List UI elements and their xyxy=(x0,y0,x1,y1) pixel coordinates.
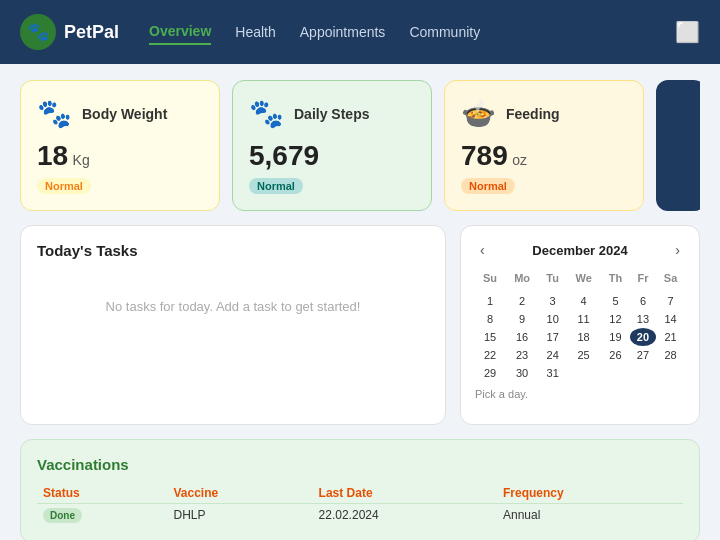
main-nav: Overview Health Appointments Community xyxy=(149,19,675,45)
calendar-week-row: 891011121314 xyxy=(475,310,685,328)
calendar-day-cell[interactable]: 16 xyxy=(505,328,539,346)
body-weight-value: 18 xyxy=(37,140,68,171)
calendar-day-cell[interactable]: 7 xyxy=(656,292,685,310)
calendar-day-cell[interactable]: 12 xyxy=(601,310,630,328)
calendar-day-cell[interactable]: 19 xyxy=(601,328,630,346)
metric-card-daily-steps: 🐾 Daily Steps 5,679 Normal xyxy=(232,80,432,211)
feeding-unit: oz xyxy=(512,152,527,168)
vacc-col-vaccine: Vaccine xyxy=(168,483,313,504)
calendar-panel: ‹ December 2024 › Su Mo Tu We Th Fr Sa xyxy=(460,225,700,425)
calendar-day-cell[interactable]: 18 xyxy=(566,328,601,346)
vacc-col-last-date: Last Date xyxy=(313,483,497,504)
calendar-day-cell[interactable]: 3 xyxy=(539,292,566,310)
vaccinations-row: Vaccinations Status Vaccine Last Date Fr… xyxy=(20,439,700,540)
cal-day-sa: Sa xyxy=(656,270,685,286)
daily-steps-title: Daily Steps xyxy=(294,106,369,122)
calendar-grid: Su Mo Tu We Th Fr Sa 1234567891011121314… xyxy=(475,270,685,382)
calendar-day-cell[interactable]: 13 xyxy=(630,310,656,328)
vaccinations-table-header: Status Vaccine Last Date Frequency xyxy=(37,483,683,504)
vacc-cell-status: Done xyxy=(37,504,168,527)
calendar-next-button[interactable]: › xyxy=(670,240,685,260)
calendar-day-cell xyxy=(656,364,685,382)
nav-appointments[interactable]: Appointments xyxy=(300,20,386,44)
tasks-title: Today's Tasks xyxy=(37,242,429,259)
vacc-col-status: Status xyxy=(37,483,168,504)
calendar-day-cell[interactable]: 17 xyxy=(539,328,566,346)
header-action-icon[interactable]: ⬜ xyxy=(675,20,700,44)
calendar-day-cell[interactable]: 14 xyxy=(656,310,685,328)
vaccinations-table: Status Vaccine Last Date Frequency DoneD… xyxy=(37,483,683,526)
logo-icon: 🐾 xyxy=(20,14,56,50)
calendar-header: ‹ December 2024 › xyxy=(475,240,685,260)
calendar-week-row: 1234567 xyxy=(475,292,685,310)
metrics-row: 🐾 Body Weight 18 Kg Normal 🐾 Daily Steps… xyxy=(20,80,700,211)
tasks-empty-message: No tasks for today. Add a task to get st… xyxy=(37,299,429,314)
calendar-day-cell[interactable]: 4 xyxy=(566,292,601,310)
calendar-day-cell[interactable]: 25 xyxy=(566,346,601,364)
body-weight-badge: Normal xyxy=(37,178,91,194)
calendar-body: 1234567891011121314151617181920212223242… xyxy=(475,286,685,382)
calendar-day-cell[interactable]: 10 xyxy=(539,310,566,328)
calendar-day-cell[interactable]: 30 xyxy=(505,364,539,382)
vaccinations-table-row: DoneDHLP22.02.2024Annual xyxy=(37,504,683,527)
calendar-week-row: 293031 xyxy=(475,364,685,382)
calendar-day-cell[interactable]: 20 xyxy=(630,328,656,346)
logo-area: 🐾 PetPal xyxy=(20,14,119,50)
calendar-day-cell[interactable]: 27 xyxy=(630,346,656,364)
feeding-value: 789 xyxy=(461,140,508,171)
vacc-cell-frequency: Annual xyxy=(497,504,683,527)
calendar-day-cell[interactable]: 24 xyxy=(539,346,566,364)
done-badge: Done xyxy=(43,508,82,523)
calendar-day-cell[interactable]: 21 xyxy=(656,328,685,346)
vaccinations-title: Vaccinations xyxy=(37,456,683,473)
body-weight-header: 🐾 Body Weight xyxy=(37,97,203,130)
calendar-day-cell[interactable]: 1 xyxy=(475,292,505,310)
cal-day-su: Su xyxy=(475,270,505,286)
vacc-cell-vaccine: DHLP xyxy=(168,504,313,527)
daily-steps-header: 🐾 Daily Steps xyxy=(249,97,415,130)
calendar-day-cell xyxy=(566,364,601,382)
vaccinations-table-body: DoneDHLP22.02.2024Annual xyxy=(37,504,683,527)
calendar-day-cell[interactable]: 29 xyxy=(475,364,505,382)
metric-card-extra xyxy=(656,80,700,211)
calendar-week-row: 15161718192021 xyxy=(475,328,685,346)
logo-text: PetPal xyxy=(64,22,119,43)
calendar-day-cell[interactable]: 11 xyxy=(566,310,601,328)
main-content: 🐾 Body Weight 18 Kg Normal 🐾 Daily Steps… xyxy=(0,64,720,540)
vacc-cell-last_date: 22.02.2024 xyxy=(313,504,497,527)
feeding-badge: Normal xyxy=(461,178,515,194)
calendar-day-cell[interactable]: 26 xyxy=(601,346,630,364)
cal-day-tu: Tu xyxy=(539,270,566,286)
daily-steps-icon: 🐾 xyxy=(249,97,284,130)
nav-community[interactable]: Community xyxy=(409,20,480,44)
calendar-day-cell[interactable]: 6 xyxy=(630,292,656,310)
header: 🐾 PetPal Overview Health Appointments Co… xyxy=(0,0,720,64)
vaccinations-panel: Vaccinations Status Vaccine Last Date Fr… xyxy=(20,439,700,540)
body-weight-value-row: 18 Kg xyxy=(37,140,203,172)
vacc-col-frequency: Frequency xyxy=(497,483,683,504)
calendar-day-cell[interactable]: 8 xyxy=(475,310,505,328)
nav-health[interactable]: Health xyxy=(235,20,275,44)
calendar-day-cell[interactable]: 22 xyxy=(475,346,505,364)
svg-text:🐾: 🐾 xyxy=(27,21,50,43)
daily-steps-value: 5,679 xyxy=(249,140,319,171)
feeding-value-row: 789 oz xyxy=(461,140,627,172)
calendar-days-header: Su Mo Tu We Th Fr Sa xyxy=(475,270,685,286)
calendar-day-cell[interactable]: 5 xyxy=(601,292,630,310)
cal-day-mo: Mo xyxy=(505,270,539,286)
calendar-week-row: 22232425262728 xyxy=(475,346,685,364)
body-weight-unit: Kg xyxy=(73,152,90,168)
nav-overview[interactable]: Overview xyxy=(149,19,211,45)
calendar-day-cell[interactable]: 15 xyxy=(475,328,505,346)
calendar-day-cell[interactable]: 28 xyxy=(656,346,685,364)
cal-day-we: We xyxy=(566,270,601,286)
cal-day-fr: Fr xyxy=(630,270,656,286)
calendar-day-cell[interactable]: 2 xyxy=(505,292,539,310)
middle-row: Today's Tasks No tasks for today. Add a … xyxy=(20,225,700,425)
calendar-day-cell[interactable]: 31 xyxy=(539,364,566,382)
calendar-day-cell[interactable]: 9 xyxy=(505,310,539,328)
feeding-header: 🍲 Feeding xyxy=(461,97,627,130)
tasks-panel: Today's Tasks No tasks for today. Add a … xyxy=(20,225,446,425)
calendar-day-cell[interactable]: 23 xyxy=(505,346,539,364)
calendar-prev-button[interactable]: ‹ xyxy=(475,240,490,260)
